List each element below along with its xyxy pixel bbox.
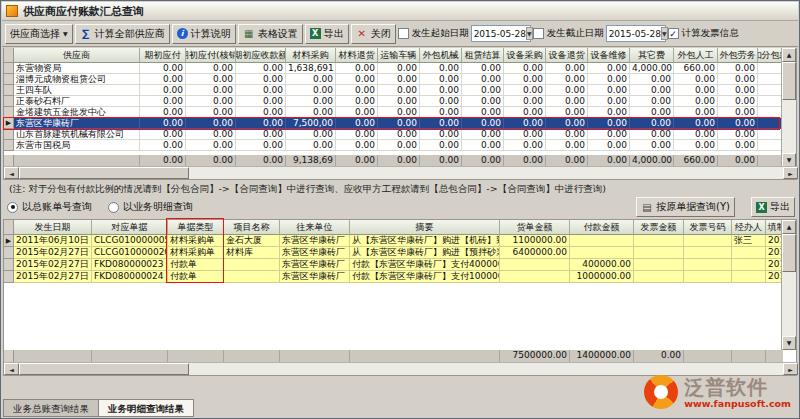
amount-cell: 0.00 bbox=[236, 74, 286, 85]
grid-settings-button[interactable]: ▦ 表格设置 bbox=[238, 24, 303, 44]
scrollbar-thumb[interactable] bbox=[782, 234, 796, 272]
amount-cell: 0.00 bbox=[420, 63, 462, 74]
amount-cell: 0.00 bbox=[588, 129, 630, 140]
scrollbar-thumb[interactable] bbox=[782, 62, 796, 100]
tab-summary-result[interactable]: 业务总账查询结果 bbox=[3, 399, 99, 417]
detail-cell bbox=[732, 259, 766, 271]
column-header: 经办人 bbox=[732, 220, 766, 235]
summary-horizontal-scrollbar[interactable]: ◄ ► bbox=[4, 166, 798, 179]
detail-cell bbox=[570, 235, 634, 247]
corner-cell bbox=[4, 48, 14, 63]
scrollbar-track[interactable] bbox=[189, 363, 783, 375]
detail-row[interactable]: 2015年02月27日CLCG010000020材料采购单材料库东营区华康砖厂从… bbox=[4, 247, 783, 259]
summary-vertical-scrollbar[interactable]: ▲ ▼ bbox=[781, 48, 796, 167]
scroll-down-button[interactable]: ▼ bbox=[782, 336, 796, 350]
detail-row[interactable]: 2015年02月27日FKD080000024付款单东营区华康砖厂付款【东营区华… bbox=[4, 271, 783, 283]
detail-cell: 1100000.00 bbox=[500, 235, 570, 247]
summary-row[interactable]: ▶东营区华康砖厂0.000.000.007,500,000.000.000.00… bbox=[4, 118, 783, 129]
detail-cell: FKD080000023 bbox=[92, 259, 168, 271]
export-button[interactable]: X 导出 bbox=[305, 24, 349, 44]
amount-cell: 0.00 bbox=[186, 118, 236, 129]
radio-by-summary[interactable]: 以总账单号查询 bbox=[7, 200, 92, 214]
summary-row[interactable]: 淄博元成物资租赁公司0.000.000.000.000.000.000.000.… bbox=[4, 74, 783, 85]
check-icon: ✓ bbox=[668, 28, 679, 39]
amount-cell: 0.00 bbox=[462, 96, 504, 107]
start-date-field[interactable]: 2015-05-28 ▼ bbox=[471, 25, 531, 42]
amount-cell: 0.00 bbox=[462, 140, 504, 151]
view-source-doc-button[interactable]: ▤ 按原单据查询(Y) bbox=[636, 197, 735, 217]
detail-row[interactable]: ▶2011年06月10日CLCG010000005材料采购单金石大厦东营区华康砖… bbox=[4, 235, 783, 247]
radio-by-detail-label: 以业务明细查询 bbox=[123, 200, 193, 214]
invoice-info-checkbox[interactable]: ✓ 计算发票信息 bbox=[668, 27, 739, 40]
summary-row[interactable]: 王四车队0.000.000.000.000.000.000.000.000.00… bbox=[4, 85, 783, 96]
end-date-field[interactable]: 2015-05-28 ▼ bbox=[606, 25, 666, 42]
scroll-up-button[interactable]: ▲ bbox=[782, 220, 796, 234]
amount-cell: 0.00 bbox=[546, 96, 588, 107]
amount-cell: 0.00 bbox=[546, 107, 588, 118]
detail-horizontal-scrollbar[interactable]: ◄ ► bbox=[4, 362, 798, 375]
amount-cell: 0.00 bbox=[504, 129, 546, 140]
summary-row[interactable]: 金塔建筑五金批发中心0.000.000.000.000.000.000.000.… bbox=[4, 107, 783, 118]
detail-cell bbox=[570, 247, 634, 259]
amount-cell: 0.00 bbox=[674, 96, 718, 107]
summary-row[interactable]: 正泰砂石料厂0.000.000.000.000.000.000.000.000.… bbox=[4, 96, 783, 107]
summary-row[interactable]: 东营市国税局0.000.000.000.000.000.000.000.000.… bbox=[4, 140, 783, 151]
scrollbar-thumb[interactable] bbox=[19, 167, 189, 179]
supplier-select-button[interactable]: 供应商选择 ▼ bbox=[5, 24, 73, 44]
scroll-down-button[interactable]: ▼ bbox=[782, 153, 796, 167]
close-button[interactable]: ✕ 关闭 bbox=[351, 24, 396, 44]
detail-vertical-scrollbar[interactable]: ▲ ▼ bbox=[781, 220, 796, 350]
detail-cell: 材料采购单 bbox=[168, 247, 224, 259]
column-header: 设备退货 bbox=[546, 48, 588, 63]
amount-cell: 0.00 bbox=[420, 129, 462, 140]
supplier-name-cell: 东营市国税局 bbox=[14, 140, 140, 151]
radio-by-summary-label: 以总账单号查询 bbox=[22, 200, 92, 214]
column-header: 运输车辆 bbox=[378, 48, 420, 63]
amount-cell: 0.00 bbox=[336, 140, 378, 151]
detail-export-button[interactable]: X 导出 bbox=[751, 197, 795, 217]
amount-cell: 0.00 bbox=[718, 140, 758, 151]
summary-row[interactable]: 山东首脉建筑机械有限公司0.000.000.000.000.000.000.00… bbox=[4, 129, 783, 140]
detail-cell: 东营区华康砖厂 bbox=[280, 235, 350, 247]
tab-detail-result[interactable]: 业务明细查询结果 bbox=[98, 399, 194, 417]
amount-cell: 0.00 bbox=[588, 107, 630, 118]
calc-all-suppliers-button[interactable]: ∑ 计算全部供应商 bbox=[75, 24, 170, 44]
invoice-info-label: 计算发票信息 bbox=[682, 27, 739, 40]
detail-cell: FKD080000024 bbox=[92, 271, 168, 283]
start-date-checkbox[interactable]: 发生起始日期 bbox=[398, 27, 469, 40]
radio-by-detail[interactable]: 以业务明细查询 bbox=[108, 200, 193, 214]
scroll-right-button[interactable]: ► bbox=[783, 167, 798, 179]
scrollbar-track[interactable] bbox=[189, 167, 783, 179]
amount-cell bbox=[758, 96, 783, 107]
detail-cell: CLCG010000005 bbox=[92, 235, 168, 247]
info-icon: i bbox=[177, 28, 188, 39]
calc-help-button[interactable]: i 计算说明 bbox=[172, 24, 236, 44]
checkbox-box bbox=[533, 28, 544, 39]
detail-row[interactable]: 2015年02月27日FKD080000023付款单东营区华康砖厂付款【东营区华… bbox=[4, 259, 783, 271]
scroll-up-button[interactable]: ▲ bbox=[782, 48, 796, 62]
amount-cell: 4,000.00 bbox=[630, 63, 674, 74]
amount-cell: 0.00 bbox=[630, 140, 674, 151]
row-marker bbox=[4, 259, 14, 271]
amount-cell: 0.00 bbox=[336, 74, 378, 85]
end-date-checkbox[interactable]: 发生截止日期 bbox=[533, 27, 604, 40]
start-date-label: 发生起始日期 bbox=[412, 27, 469, 40]
note-text: (注: 对于分包有付款比例的情况请到【分包合同】->【合同查询】中进行查询、应收… bbox=[9, 183, 606, 196]
column-header: 材料退货 bbox=[336, 48, 378, 63]
scrollbar-thumb[interactable] bbox=[19, 363, 189, 375]
amount-cell: 0.00 bbox=[504, 85, 546, 96]
amount-cell: 0.00 bbox=[504, 96, 546, 107]
row-marker: ▶ bbox=[4, 235, 14, 247]
amount-cell: 0.00 bbox=[718, 74, 758, 85]
summary-row[interactable]: 东营物资局0.000.000.001,638,6910.000.000.000.… bbox=[4, 63, 783, 74]
amount-cell: 0.00 bbox=[588, 118, 630, 129]
amount-cell: 0.00 bbox=[336, 129, 378, 140]
scroll-right-button[interactable]: ► bbox=[783, 363, 798, 375]
amount-cell: 0.00 bbox=[378, 96, 420, 107]
amount-cell: 0.00 bbox=[186, 107, 236, 118]
amount-cell: 0.00 bbox=[336, 107, 378, 118]
detail-export-label: 导出 bbox=[770, 200, 790, 214]
scroll-left-button[interactable]: ◄ bbox=[4, 167, 19, 179]
detail-cell: 400000.00 bbox=[570, 259, 634, 271]
scroll-left-button[interactable]: ◄ bbox=[4, 363, 19, 375]
